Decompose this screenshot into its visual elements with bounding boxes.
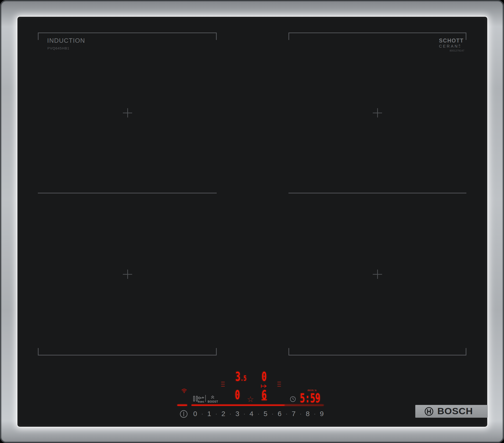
power-level-track[interactable] <box>191 405 324 406</box>
power-level-slider[interactable]: 0· 1· 2· 3· 4· 5· 6· 7· 8· 9 <box>193 409 324 418</box>
power-level-0[interactable]: 0 <box>193 410 197 418</box>
power-key-indicator-segment <box>177 405 187 406</box>
plus-marker-icon <box>123 269 132 279</box>
glass-serial-code: 8001279147 <box>450 49 464 52</box>
zone-front-right-bottom-outline <box>288 347 466 355</box>
zone-front-left-bottom-outline <box>38 347 217 355</box>
boost-label[interactable]: BOOST <box>208 400 218 403</box>
wifi-icon <box>181 389 187 393</box>
induction-hob-frame: INDUCTION PVQ645HB1 SCHOTT CERAN® 800127… <box>0 0 504 443</box>
plus-marker-icon <box>123 108 132 118</box>
zone-right-divider-line <box>288 193 466 194</box>
power-icon[interactable] <box>180 410 188 418</box>
ceramic-glass-surface: INDUCTION PVQ645HB1 SCHOTT CERAN® 800127… <box>18 17 487 427</box>
power-level-1[interactable]: 1 <box>207 410 211 418</box>
model-number: PVQ645HB1 <box>47 46 70 50</box>
zone-rear-left-top-outline <box>38 33 217 41</box>
power-level-4[interactable]: 4 <box>250 410 253 418</box>
power-level-3[interactable]: 3 <box>235 410 239 418</box>
selected-zone-underline <box>262 399 267 400</box>
schott-logo-line2: CERAN <box>439 44 459 49</box>
zone-left-divider-line <box>38 193 217 194</box>
timer-value-display: 5:59 <box>300 392 320 405</box>
power-level-7[interactable]: 7 <box>292 410 296 418</box>
favourite-star-icon[interactable]: ☆ <box>247 395 254 403</box>
bosch-logo: BOSCH <box>415 405 488 418</box>
zone-menu-indicator-icon <box>277 382 281 388</box>
front-left-level-display[interactable]: 0 <box>235 389 240 401</box>
boost-chevron-icon[interactable] <box>211 396 214 399</box>
rear-right-level-display[interactable]: 0 <box>262 370 267 383</box>
power-level-5[interactable]: 5 <box>264 410 268 418</box>
plus-marker-icon <box>373 269 382 279</box>
control-divider <box>205 395 206 402</box>
zone-rear-right-top-outline <box>288 33 466 41</box>
bosch-wordmark: BOSCH <box>437 406 473 417</box>
zone-menu-indicator-icon <box>221 382 225 388</box>
power-level-2[interactable]: 2 <box>221 410 225 418</box>
power-level-9[interactable]: 9 <box>320 410 324 418</box>
power-level-8[interactable]: 8 <box>306 410 310 418</box>
pause-icon[interactable] <box>193 396 198 401</box>
bosch-emblem-icon <box>424 407 434 416</box>
power-level-6[interactable]: 6 <box>278 410 282 418</box>
plus-marker-icon <box>373 108 382 118</box>
key-lock-label: 4sec <box>198 400 204 403</box>
key-lock-icon[interactable] <box>198 396 204 400</box>
clock-icon[interactable] <box>290 396 296 402</box>
registered-mark: ® <box>459 44 460 47</box>
rear-left-level-display[interactable]: 3.5 <box>235 370 246 383</box>
